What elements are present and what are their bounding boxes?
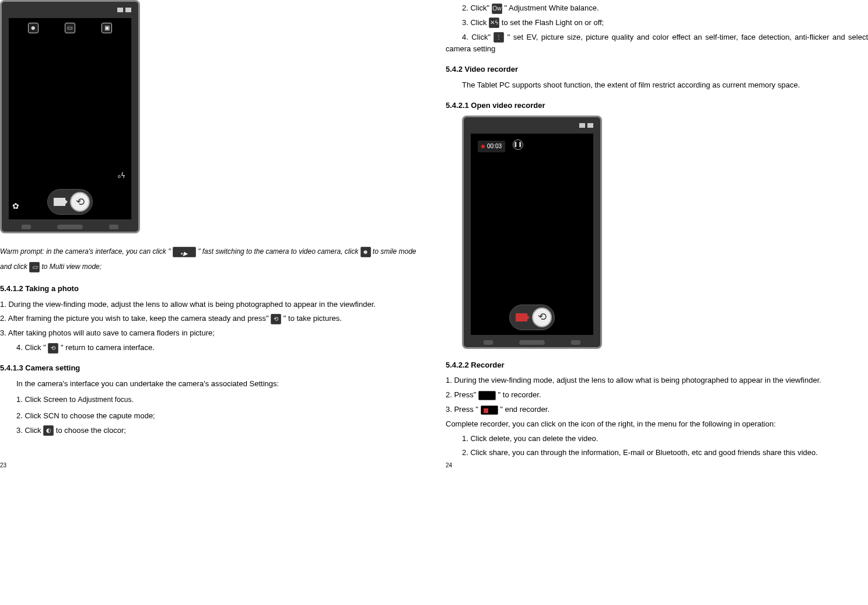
flash-auto-icon: ₀ϟ <box>118 170 125 181</box>
heading-5422: 5.4.2.2 Recorder <box>446 359 868 372</box>
recorder-step1: 1. During the view-finding mode, adjust … <box>446 375 868 387</box>
rc2a: 2. Press" <box>446 390 478 399</box>
recorder-op2: 2. Click share, you can through the info… <box>446 447 868 459</box>
taking-photo-step3: 3. After taking photos will auto save to… <box>0 327 416 340</box>
page-number-left: 23 <box>0 461 6 470</box>
r3a: 3. Click <box>462 18 489 27</box>
step4-b: " return to camera interface. <box>61 343 155 352</box>
cs4a: 3. Click <box>16 426 43 435</box>
capture-bar-video: ⟲ <box>509 305 555 330</box>
video-recorder-intro: The Tablet PC supports shoot function, t… <box>446 79 868 92</box>
recorder-screen: 00:03 ❚❚ ⟲ <box>471 134 593 335</box>
cs4b: to choose the clocor; <box>56 426 126 435</box>
rc3a: 3. Press " <box>446 405 478 414</box>
phone-status-bar <box>9 8 131 15</box>
shutter-button-icon: ⟲ <box>70 192 90 212</box>
video-switch-icon <box>54 198 65 206</box>
heading-542: 5.4.2 Video recorder <box>446 64 868 76</box>
r4a: 4. Click" <box>446 33 491 41</box>
warm-prompt: Warm prompt: in the camera's interface, … <box>0 244 416 275</box>
capture-bar: ⟲ <box>47 189 93 215</box>
multiview-icon: ▭ <box>65 23 75 33</box>
page-right: 2. Click" Ow " Adjustment White balance.… <box>434 0 868 473</box>
cs2b: Adjustment focus. <box>78 396 134 404</box>
shutter-inline-icon: ⟲ <box>271 314 281 324</box>
smile-inline-icon: ☻ <box>360 247 371 257</box>
recorder-step3: 3. Press " " end recorder. <box>446 404 868 416</box>
r4b: " set EV, picture size, picture quality … <box>446 33 868 54</box>
heading-5412: 5.4.1.2 Taking a photo <box>0 283 416 295</box>
cs-right-3: 3. Click ✕ϟ to set the Flash Light on or… <box>446 17 868 29</box>
flash-inline-icon: ✕ϟ <box>489 18 499 28</box>
taking-photo-step4: 4. Click " ⟲ " return to camera interfac… <box>0 342 416 354</box>
camera-screenshot: ☻ ▭ ▣ ₀ϟ ⟲ ✿ <box>0 0 140 233</box>
record-button-icon <box>516 313 527 321</box>
recorder-op1: 1. Click delete, you can delete the vide… <box>446 433 868 445</box>
step4-a: 4. Click " <box>16 343 46 352</box>
video-switch-inline-icon: ▪▶ <box>173 247 196 257</box>
camera-setting-2: 2. Click SCN to choose the capute mode; <box>16 410 416 422</box>
record-start-inline-icon <box>478 391 496 400</box>
recording-time: 00:03 <box>478 141 505 152</box>
rec-time-value: 00:03 <box>487 142 502 151</box>
taking-photo-step1: 1. During the view-finding mode, adjust … <box>0 299 416 311</box>
phone-hw-buttons-2 <box>471 338 593 347</box>
rc3b: " end recorder. <box>500 405 550 414</box>
record-dot-icon <box>481 145 485 148</box>
r2b: " Adjustment White balance. <box>504 4 598 12</box>
r2a: 2. Click" <box>462 4 489 12</box>
cs-right-4: 4. Click" ⋮ " set EV, picture size, pict… <box>446 32 868 56</box>
step2-a: 2. After framing the picture you wish to… <box>0 314 271 323</box>
recorder-complete: Complete recorder, you can click on the … <box>446 418 868 431</box>
taking-photo-step2: 2. After framing the picture you wish to… <box>0 313 416 325</box>
camera-setting-3: 3. Click ◐ to choose the clocor; <box>16 425 416 437</box>
settings-gear-icon: ✿ <box>12 200 19 212</box>
multiview-inline-icon: ▭ <box>29 262 40 272</box>
warm-a: Warm prompt: in the camera's interface, … <box>0 247 170 256</box>
record-end-inline-icon <box>481 405 498 415</box>
menu-inline-icon: ⋮ <box>494 32 504 43</box>
phone-hw-buttons <box>9 223 131 231</box>
return-inline-icon: ⟲ <box>48 343 58 354</box>
camera-top-icons: ☻ ▭ ▣ <box>9 23 131 33</box>
camera-setting-1: 1. Click Screen to Adjustment focus. <box>16 392 416 407</box>
phone-status-bar-2 <box>471 123 593 130</box>
color-inline-icon: ◐ <box>43 425 54 436</box>
r3b: to set the Flash Light on or off; <box>502 18 604 27</box>
heading-5421: 5.4.2.1 Open video recorder <box>446 100 868 112</box>
warm-d: to Multi view mode; <box>41 263 102 271</box>
camera-setting-intro: In the camera's interface you can undert… <box>16 378 416 390</box>
page-left: ☻ ▭ ▣ ₀ϟ ⟲ ✿ Warm prompt: in the camera'… <box>0 0 434 473</box>
rc2b: " to recorder. <box>498 390 541 399</box>
rc6: 2. Click share, you can through the info… <box>446 448 818 457</box>
warm-b: " fast switching to the camera to video … <box>198 247 360 256</box>
vr1: The Tablet PC supports shoot function, t… <box>446 81 800 89</box>
camera-screen: ☻ ▭ ▣ ₀ϟ ⟲ ✿ <box>9 18 131 219</box>
gallery-icon: ▣ <box>102 23 112 33</box>
page-number-right: 24 <box>446 461 452 470</box>
cs2a: 1. Click Screen to <box>16 395 78 404</box>
smile-mode-icon: ☻ <box>28 23 38 33</box>
recorder-step2: 2. Press" " to recorder. <box>446 389 868 401</box>
wb-inline-icon: Ow <box>492 4 502 14</box>
video-recorder-screenshot: 00:03 ❚❚ ⟲ <box>462 116 602 349</box>
cs-right-2: 2. Click" Ow " Adjustment White balance. <box>446 2 868 15</box>
step2-b: " to take pictures. <box>284 314 342 323</box>
shutter-button-icon-2: ⟲ <box>532 307 552 327</box>
heading-5413: 5.4.1.3 Camera setting <box>0 362 416 375</box>
pause-button-icon: ❚❚ <box>513 139 523 150</box>
